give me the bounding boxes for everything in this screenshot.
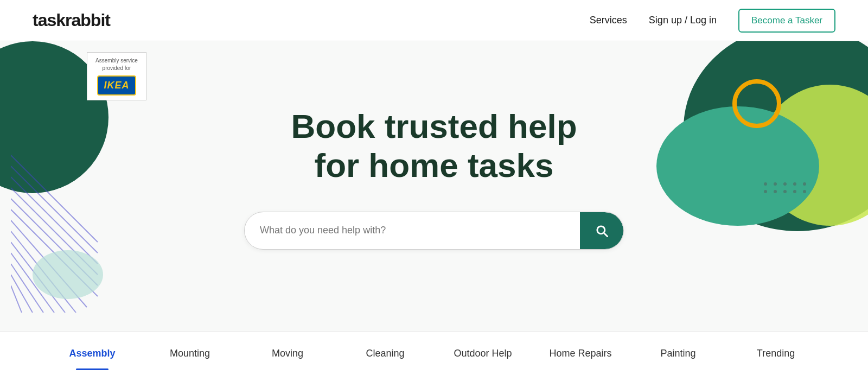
svg-line-2 — [11, 177, 98, 264]
decor-yellow-ring — [732, 79, 781, 128]
tab-moving[interactable]: Moving — [239, 337, 336, 370]
bottom-tabs: AssemblyMountingMovingCleaningOutdoor He… — [0, 332, 868, 375]
tab-painting[interactable]: Painting — [629, 337, 727, 370]
tab-assembly[interactable]: Assembly — [43, 337, 141, 370]
hero-section: Assembly service provided for IKEA Book … — [0, 41, 868, 332]
services-link[interactable]: Services — [590, 15, 627, 26]
tab-trending[interactable]: Trending — [727, 337, 825, 370]
ikea-badge-text: Assembly service provided for — [92, 57, 142, 72]
decor-dots — [764, 182, 808, 193]
header: taskrabbit Services Sign up / Log in Bec… — [0, 0, 868, 41]
signup-login-link[interactable]: Sign up / Log in — [649, 15, 717, 26]
become-tasker-button[interactable]: Become a Tasker — [738, 9, 835, 33]
tab-cleaning[interactable]: Cleaning — [336, 337, 434, 370]
svg-line-12 — [11, 285, 22, 313]
search-input[interactable] — [245, 215, 580, 246]
hero-content: Book trusted help for home tasks — [244, 107, 624, 250]
search-button[interactable] — [580, 212, 623, 249]
decor-light-blob-left — [33, 250, 103, 299]
decor-teal-blob — [656, 106, 819, 226]
tab-home-repairs[interactable]: Home Repairs — [532, 337, 629, 370]
logo: taskrabbit — [33, 10, 110, 30]
ikea-logo: IKEA — [97, 75, 136, 96]
svg-line-1 — [11, 166, 98, 253]
tab-mounting[interactable]: Mounting — [141, 337, 239, 370]
search-icon — [594, 223, 609, 238]
svg-line-0 — [11, 155, 98, 242]
header-nav: Services Sign up / Log in Become a Taske… — [590, 9, 835, 33]
hero-title: Book trusted help for home tasks — [244, 107, 624, 185]
ikea-badge: Assembly service provided for IKEA — [87, 52, 146, 100]
tab-outdoor-help[interactable]: Outdoor Help — [434, 337, 532, 370]
search-bar — [244, 212, 624, 250]
